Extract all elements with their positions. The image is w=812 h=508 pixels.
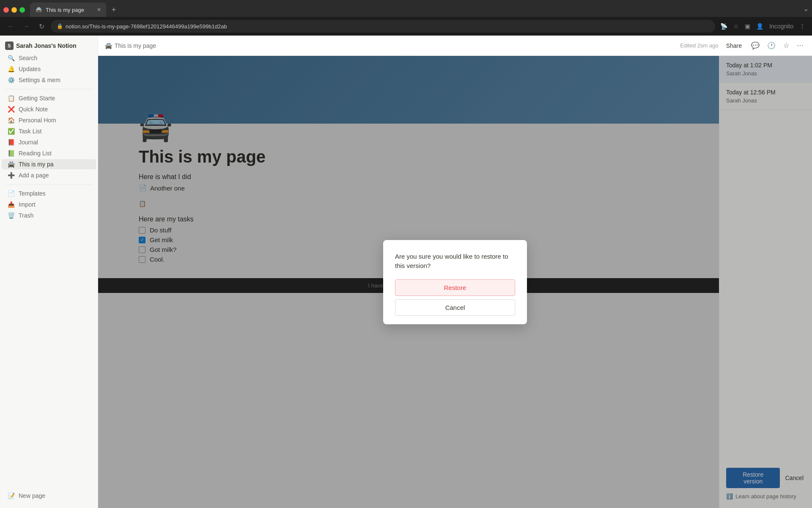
sidebar-item-search[interactable]: 🔍 Search	[2, 53, 96, 63]
modal-container: Are you sure you would like to restore t…	[98, 56, 812, 508]
sidebar-personal-home-label: Personal Hom	[19, 117, 56, 124]
browser-tab-active[interactable]: 🚔 This is my page ✕	[30, 3, 106, 17]
sidebar-import-label: Import	[19, 201, 36, 208]
sidebar-item-import[interactable]: 📥 Import	[2, 199, 96, 210]
window-minimize-button[interactable]	[11, 7, 17, 13]
sidebar-reading-list-label: Reading List	[19, 150, 52, 157]
sidebar-quick-note-label: Quick Note	[19, 106, 48, 113]
page-header-bar: 🚔 This is my page Edited 2sm ago Share 💬…	[98, 36, 812, 56]
breadcrumb: 🚔 This is my page	[105, 42, 156, 49]
comment-button[interactable]: 💬	[749, 40, 761, 51]
window-maximize-button[interactable]	[19, 7, 25, 13]
sidebar-this-page-label: This is my pa	[19, 161, 53, 168]
sidebar-item-updates[interactable]: 🔔 Updates	[2, 64, 96, 74]
tab-bar: 🚔 This is my page ✕ + ⌄	[0, 0, 812, 17]
restore-confirmation-dialog: Are you sure you would like to restore t…	[383, 240, 527, 324]
new-page-button[interactable]: 📝 New page	[2, 491, 96, 501]
nav-forward-button[interactable]: →	[20, 20, 32, 32]
cast-icon[interactable]: 📡	[719, 21, 729, 31]
sidebar-task-list-label: Task List	[19, 128, 41, 135]
incognito-label: Incognito	[768, 21, 795, 31]
workspace-header[interactable]: S Sarah Jonas's Notion	[0, 39, 98, 52]
workspace-name: Sarah Jonas's Notion	[16, 42, 77, 49]
settings-icon: ⚙️	[7, 77, 15, 83]
breadcrumb-title: This is my page	[115, 42, 156, 49]
sidebar: S Sarah Jonas's Notion 🔍 Search 🔔 Update…	[0, 36, 98, 508]
address-bar: ← → ↻ 🔒 notion.so/This-is-my-page-7698ef…	[0, 17, 812, 36]
sidebar-trash-label: Trash	[19, 212, 33, 219]
sidebar-item-templates[interactable]: 📄 Templates	[2, 188, 96, 199]
this-page-icon: 🚔	[7, 161, 15, 168]
sidebar-updates-label: Updates	[19, 66, 41, 72]
sidebar-item-getting-started[interactable]: 📋 Getting Starte	[2, 93, 96, 103]
modal-restore-button[interactable]: Restore	[395, 279, 515, 296]
sidebar-item-quick-note[interactable]: ❌ Quick Note	[2, 104, 96, 114]
window-controls	[3, 7, 25, 13]
sidebar-item-this-page[interactable]: 🚔 This is my pa	[2, 159, 96, 169]
sidebar-getting-started-label: Getting Starte	[19, 95, 55, 102]
tab-favicon: 🚔	[35, 6, 42, 13]
favorite-button[interactable]: ☆	[782, 40, 791, 51]
trash-icon: 🗑️	[7, 212, 15, 219]
sidebar-search-label: Search	[19, 55, 37, 61]
sidebar-journal-label: Journal	[19, 139, 38, 146]
bookmark-icon[interactable]: ☆	[732, 21, 741, 31]
sidebar-item-settings[interactable]: ⚙️ Settings & mem	[2, 75, 96, 85]
new-page-icon: 📝	[7, 492, 15, 499]
templates-icon: 📄	[7, 190, 15, 197]
sidebar-divider-1	[5, 89, 93, 89]
nav-refresh-button[interactable]: ↻	[36, 20, 47, 32]
profile-icon[interactable]: 👤	[754, 21, 765, 31]
breadcrumb-icon: 🚔	[105, 42, 112, 49]
add-page-icon: ➕	[7, 172, 15, 179]
import-icon: 📥	[7, 201, 15, 208]
modal-message-text: Are you sure you would like to restore t…	[395, 252, 515, 271]
sidebar-item-trash[interactable]: 🗑️ Trash	[2, 210, 96, 221]
updates-icon: 🔔	[7, 66, 15, 72]
reading-list-icon: 📗	[7, 150, 15, 157]
journal-icon: 📕	[7, 139, 15, 146]
personal-home-icon: 🏠	[7, 117, 15, 124]
app-layout: S Sarah Jonas's Notion 🔍 Search 🔔 Update…	[0, 36, 812, 508]
share-button[interactable]: Share	[723, 41, 745, 51]
sidebar-add-page-label: Add a page	[19, 172, 49, 179]
address-actions: 📡 ☆ ▣ 👤 Incognito ⋮	[719, 21, 807, 31]
search-icon: 🔍	[7, 55, 15, 61]
tab-title: This is my page	[46, 7, 93, 13]
new-tab-button[interactable]: +	[108, 4, 120, 16]
header-actions: Edited 2sm ago Share 💬 🕐 ☆ ⋯	[680, 40, 805, 51]
more-button[interactable]: ⋯	[795, 40, 805, 51]
sidebar-settings-label: Settings & mem	[19, 77, 60, 83]
window-close-button[interactable]	[3, 7, 9, 13]
task-list-icon: ✅	[7, 128, 15, 135]
getting-started-icon: 📋	[7, 95, 15, 102]
sidebar-item-task-list[interactable]: ✅ Task List	[2, 126, 96, 136]
history-button[interactable]: 🕐	[765, 40, 777, 51]
edited-timestamp: Edited 2sm ago	[680, 42, 718, 49]
sidebar-item-personal-home[interactable]: 🏠 Personal Hom	[2, 115, 96, 125]
sidebar-templates-label: Templates	[19, 190, 46, 197]
nav-back-button[interactable]: ←	[5, 20, 17, 32]
url-text: notion.so/This-is-my-page-7698ef12012944…	[66, 23, 227, 30]
new-page-label: New page	[19, 492, 45, 499]
modal-cancel-button[interactable]: Cancel	[395, 299, 515, 316]
lock-icon: 🔒	[57, 23, 63, 29]
tab-bar-chevron[interactable]: ⌄	[803, 5, 809, 15]
sidebar-add-page[interactable]: ➕ Add a page	[2, 170, 96, 180]
browser-chrome: 🚔 This is my page ✕ + ⌄ ← → ↻ 🔒 notion.s…	[0, 0, 812, 36]
sidebar-item-journal[interactable]: 📕 Journal	[2, 137, 96, 147]
quick-note-icon: ❌	[7, 106, 15, 113]
sidebar-item-reading-list[interactable]: 📗 Reading List	[2, 148, 96, 158]
workspace-avatar: S	[5, 41, 14, 50]
sidebar-icon[interactable]: ▣	[743, 21, 752, 31]
sidebar-divider-2	[5, 184, 93, 185]
main-content: 🚔 This is my page Edited 2sm ago Share 💬…	[98, 36, 812, 508]
tab-close-icon[interactable]: ✕	[97, 7, 101, 13]
menu-icon[interactable]: ⋮	[798, 21, 807, 31]
url-input[interactable]: 🔒 notion.so/This-is-my-page-7698ef120129…	[51, 20, 715, 33]
